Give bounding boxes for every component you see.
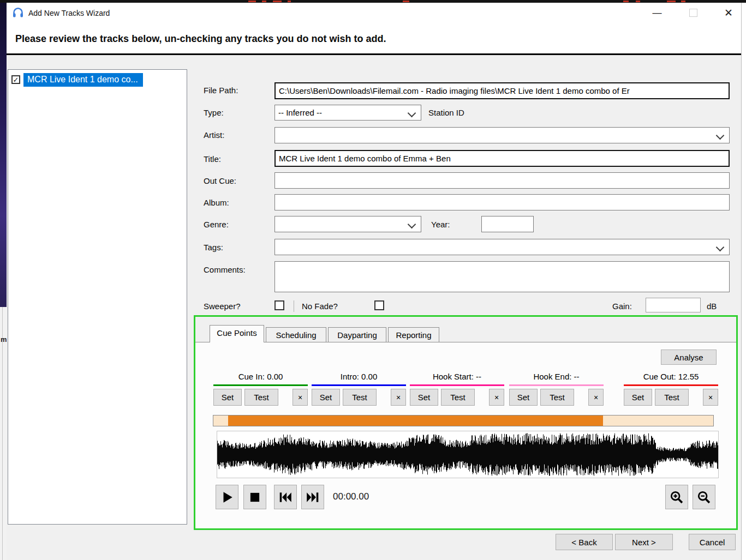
maximize-button[interactable] [683,5,703,20]
window-edge-accent [623,1,629,2]
tab-scheduling[interactable]: Scheduling [266,327,326,342]
progress-played [228,416,603,426]
back-button[interactable]: < Back [556,534,613,550]
window-edge-accent [248,1,256,2]
title-label: Title: [204,154,221,164]
hook-start-set-button[interactable]: Set [410,389,438,406]
next-button[interactable]: Next > [615,534,673,550]
background-right-edge [741,3,746,560]
time-display: 00:00.00 [333,491,369,502]
genre-select[interactable] [274,216,421,232]
out-cue-input[interactable] [274,172,730,189]
instruction-text: Please review the tracks below, un-check… [15,33,386,45]
artist-select[interactable] [274,127,730,143]
tab-dayparting[interactable]: Dayparting [328,327,386,342]
title-input[interactable]: MCR Live Ident 1 demo combo of Emma + Be… [274,150,730,167]
comments-input[interactable] [274,261,730,292]
intro-clear-button[interactable]: × [391,389,406,406]
skip-to-start-icon [278,490,293,504]
zoom-out-icon [696,490,712,505]
comments-label: Comments: [204,265,246,274]
cancel-button[interactable]: Cancel [689,534,736,550]
window-title: Add New Tracks Wizard [28,9,110,17]
track-label[interactable]: MCR Live Ident 1 demo co... [23,73,143,87]
album-input[interactable] [274,194,730,210]
skip-to-start-button[interactable] [274,485,297,509]
window-edge-accent [403,1,409,2]
tab-reporting[interactable]: Reporting [388,327,439,342]
titlebar[interactable]: Add New Tracks Wizard — ✕ [7,3,741,25]
zoom-out-button[interactable] [693,485,715,509]
hook-end-clear-button[interactable]: × [588,389,604,406]
chevron-down-icon[interactable] [408,109,416,118]
waveform-canvas [217,431,718,478]
sweeper-label: Sweeper? [204,302,241,311]
track-list-item[interactable]: ✓ MCR Live Ident 1 demo co... [11,73,143,87]
tab-cue-points[interactable]: Cue Points [210,325,264,342]
stop-icon [248,490,262,504]
cue-in-test-button[interactable]: Test [244,389,278,406]
hook-end-group: Hook End: -- Set Test × [509,372,604,406]
station-id-label: Station ID [428,108,464,117]
cue-out-clear-button[interactable]: × [703,389,718,406]
chevron-down-icon[interactable] [716,131,725,140]
background-text-fragment: m [1,335,7,344]
window-edge-accent [262,1,266,2]
checkbox-divider [294,300,294,312]
intro-group: Intro: 0.00 Set Test × [312,372,406,406]
sweeper-checkbox[interactable] [274,300,284,310]
cue-out-label: Cue Out: 12.55 [624,372,718,381]
gain-input[interactable] [646,298,701,312]
play-button[interactable] [216,485,238,509]
intro-label: Intro: 0.00 [312,372,406,381]
gain-label: Gain: [612,302,632,311]
no-fade-checkbox[interactable] [374,300,384,310]
check-icon: ✓ [13,76,19,83]
tags-label: Tags: [204,243,223,252]
hook-start-label: Hook Start: -- [410,372,504,381]
file-path-label: File Path: [204,86,238,95]
track-list[interactable]: ✓ MCR Live Ident 1 demo co... [8,69,187,525]
progress-bar[interactable] [213,415,714,426]
chevron-down-icon[interactable] [716,243,725,252]
zoom-in-button[interactable] [665,485,688,509]
hook-start-test-button[interactable]: Test [441,389,475,406]
no-fade-label: No Fade? [302,302,338,311]
file-path-input[interactable]: C:\Users\Ben\Downloads\Filemail.com - Ra… [274,82,730,99]
gain-unit-label: dB [707,302,717,311]
waveform[interactable] [217,431,719,478]
out-cue-label: Out Cue: [204,176,236,185]
hook-end-test-button[interactable]: Test [540,389,574,406]
cue-in-clear-button[interactable]: × [293,389,308,406]
track-checkbox[interactable]: ✓ [11,75,20,84]
hook-end-set-button[interactable]: Set [509,389,538,406]
intro-underline [312,384,406,386]
window-edge-accent [681,1,685,2]
type-select[interactable]: -- Inferred -- [274,105,421,121]
year-label: Year: [431,220,450,229]
add-new-tracks-wizard-dialog: Add New Tracks Wizard — ✕ Please review … [7,3,741,560]
hook-start-underline [410,384,504,386]
analyse-button[interactable]: Analyse [661,350,717,365]
cue-in-set-button[interactable]: Set [213,389,242,406]
year-input[interactable] [481,216,534,232]
album-label: Album: [204,198,229,207]
intro-set-button[interactable]: Set [312,389,340,406]
hook-end-underline [509,384,604,386]
chevron-down-icon[interactable] [408,220,416,229]
type-label: Type: [204,108,224,117]
background-window-left-edge [0,3,7,307]
cue-in-label: Cue In: 0.00 [213,372,308,381]
skip-to-end-button[interactable] [301,485,324,509]
cue-out-set-button[interactable]: Set [624,389,652,406]
cue-out-group: Cue Out: 12.55 Set Test × [624,372,718,406]
intro-test-button[interactable]: Test [343,389,377,406]
minimize-button[interactable]: — [647,5,667,20]
zoom-in-icon [669,490,684,505]
tags-select[interactable] [274,239,730,255]
cue-out-test-button[interactable]: Test [655,389,689,406]
close-button[interactable]: ✕ [719,5,738,20]
hook-start-clear-button[interactable]: × [489,389,504,406]
stop-button[interactable] [243,485,266,509]
window-edge-accent [288,1,291,2]
